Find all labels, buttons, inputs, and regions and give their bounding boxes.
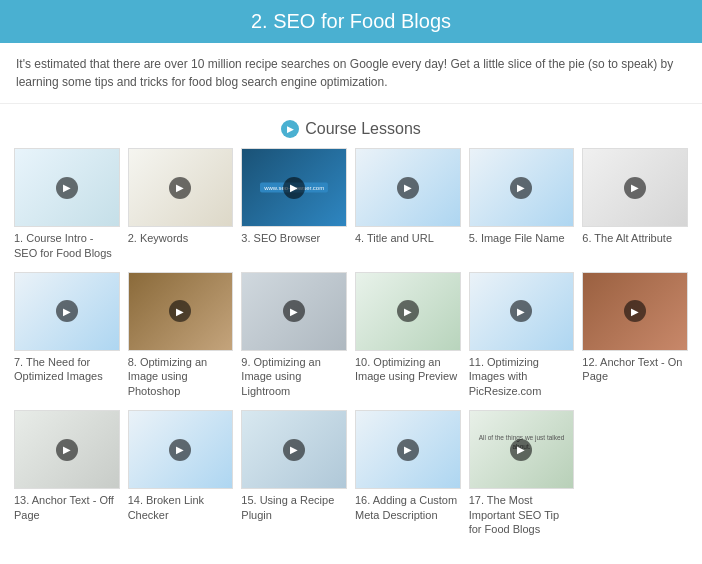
play-button-13[interactable]: ▶ [56, 439, 78, 461]
lesson-label-11: 11. Optimizing Images with PicResize.com [469, 355, 575, 398]
lesson-thumb-15[interactable]: ▶ [241, 410, 347, 489]
lesson-thumb-4[interactable]: ▶ [355, 148, 461, 227]
lesson-item-12[interactable]: ▶ 12. Anchor Text - On Page [582, 272, 688, 398]
lessons-grid: ▶ 1. Course Intro - SEO for Food Blogs ▶… [0, 148, 702, 556]
play-button-3[interactable]: ▶ [283, 177, 305, 199]
lesson-item-2[interactable]: ▶ 2. Keywords [128, 148, 234, 260]
lesson-thumb-12[interactable]: ▶ [582, 272, 688, 351]
lesson-item-5[interactable]: ▶ 5. Image File Name [469, 148, 575, 260]
play-button-12[interactable]: ▶ [624, 300, 646, 322]
lesson-label-12: 12. Anchor Text - On Page [582, 355, 688, 384]
description: It's estimated that there are over 10 mi… [0, 43, 702, 104]
lesson-thumb-9[interactable]: ▶ [241, 272, 347, 351]
play-button-6[interactable]: ▶ [624, 177, 646, 199]
lesson-item-16[interactable]: ▶ 16. Adding a Custom Meta Description [355, 410, 461, 536]
play-button-15[interactable]: ▶ [283, 439, 305, 461]
lesson-thumb-6[interactable]: ▶ [582, 148, 688, 227]
lesson-item-6[interactable]: ▶ 6. The Alt Attribute [582, 148, 688, 260]
lesson-item-7[interactable]: ▶ 7. The Need for Optimized Images [14, 272, 120, 398]
play-button-16[interactable]: ▶ [397, 439, 419, 461]
lesson-thumb-3[interactable]: www.seo-browser.com ▶ [241, 148, 347, 227]
lesson-label-3: 3. SEO Browser [241, 231, 320, 245]
lesson-thumb-2[interactable]: ▶ [128, 148, 234, 227]
page-title: 2. SEO for Food Blogs [251, 10, 451, 32]
lesson-thumb-10[interactable]: ▶ [355, 272, 461, 351]
lesson-item-13[interactable]: ▶ 13. Anchor Text - Off Page [14, 410, 120, 536]
lesson-thumb-16[interactable]: ▶ [355, 410, 461, 489]
play-button-17[interactable]: ▶ [510, 439, 532, 461]
lesson-item-4[interactable]: ▶ 4. Title and URL [355, 148, 461, 260]
lesson-label-9: 9. Optimizing an Image using Lightroom [241, 355, 347, 398]
lesson-item-1[interactable]: ▶ 1. Course Intro - SEO for Food Blogs [14, 148, 120, 260]
lesson-item-8[interactable]: ▶ 8. Optimizing an Image using Photoshop [128, 272, 234, 398]
play-button-7[interactable]: ▶ [56, 300, 78, 322]
lesson-item-17[interactable]: All of the things we just talked about. … [469, 410, 575, 536]
lesson-label-5: 5. Image File Name [469, 231, 565, 245]
lesson-label-10: 10. Optimizing an Image using Preview [355, 355, 461, 384]
lesson-item-14[interactable]: ▶ 14. Broken Link Checker [128, 410, 234, 536]
play-button-10[interactable]: ▶ [397, 300, 419, 322]
lesson-thumb-13[interactable]: ▶ [14, 410, 120, 489]
lesson-label-16: 16. Adding a Custom Meta Description [355, 493, 461, 522]
lesson-label-15: 15. Using a Recipe Plugin [241, 493, 347, 522]
play-button-14[interactable]: ▶ [169, 439, 191, 461]
play-button-5[interactable]: ▶ [510, 177, 532, 199]
lesson-item-15[interactable]: ▶ 15. Using a Recipe Plugin [241, 410, 347, 536]
lesson-label-8: 8. Optimizing an Image using Photoshop [128, 355, 234, 398]
lesson-label-2: 2. Keywords [128, 231, 189, 245]
play-button-8[interactable]: ▶ [169, 300, 191, 322]
play-button-11[interactable]: ▶ [510, 300, 532, 322]
play-button-1[interactable]: ▶ [56, 177, 78, 199]
lesson-label-7: 7. The Need for Optimized Images [14, 355, 120, 384]
play-circle-icon: ▶ [281, 120, 299, 138]
play-button-2[interactable]: ▶ [169, 177, 191, 199]
lesson-thumb-7[interactable]: ▶ [14, 272, 120, 351]
lesson-item-3[interactable]: www.seo-browser.com ▶ 3. SEO Browser [241, 148, 347, 260]
lesson-thumb-5[interactable]: ▶ [469, 148, 575, 227]
lesson-thumb-1[interactable]: ▶ [14, 148, 120, 227]
lesson-thumb-8[interactable]: ▶ [128, 272, 234, 351]
lesson-label-17: 17. The Most Important SEO Tip for Food … [469, 493, 575, 536]
lesson-label-6: 6. The Alt Attribute [582, 231, 672, 245]
course-lessons-header: ▶ Course Lessons [0, 104, 702, 148]
lesson-label-14: 14. Broken Link Checker [128, 493, 234, 522]
play-button-4[interactable]: ▶ [397, 177, 419, 199]
course-lessons-title: Course Lessons [305, 120, 421, 138]
lesson-thumb-14[interactable]: ▶ [128, 410, 234, 489]
lesson-item-11[interactable]: ▶ 11. Optimizing Images with PicResize.c… [469, 272, 575, 398]
lesson-label-13: 13. Anchor Text - Off Page [14, 493, 120, 522]
lesson-thumb-11[interactable]: ▶ [469, 272, 575, 351]
lesson-item-9[interactable]: ▶ 9. Optimizing an Image using Lightroom [241, 272, 347, 398]
play-button-9[interactable]: ▶ [283, 300, 305, 322]
lesson-thumb-17[interactable]: All of the things we just talked about. … [469, 410, 575, 489]
lesson-label-1: 1. Course Intro - SEO for Food Blogs [14, 231, 120, 260]
lesson-label-4: 4. Title and URL [355, 231, 434, 245]
lesson-item-10[interactable]: ▶ 10. Optimizing an Image using Preview [355, 272, 461, 398]
page-title-bar: 2. SEO for Food Blogs [0, 0, 702, 43]
